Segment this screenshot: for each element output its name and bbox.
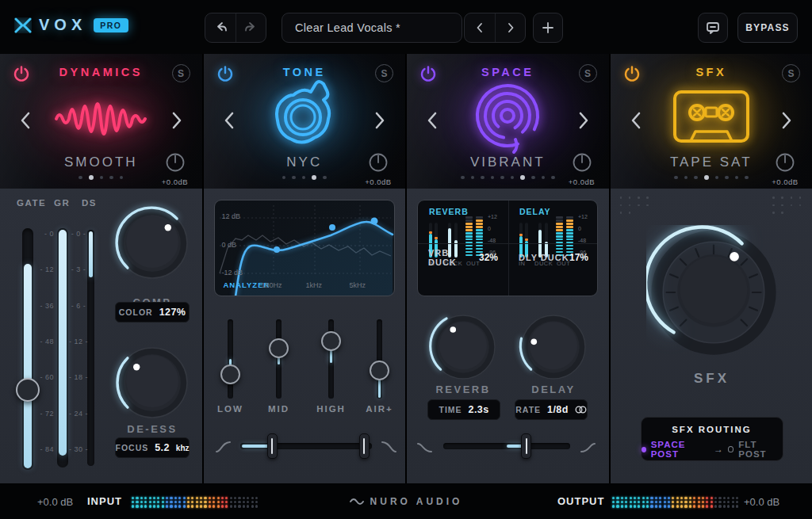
add-preset-button[interactable]: [533, 13, 563, 43]
logo-text: VOX: [39, 16, 86, 34]
highpass-icon: [215, 440, 232, 454]
air-slider-handle[interactable]: [370, 361, 389, 380]
focus-field[interactable]: FOCUS 5.2 khz: [115, 437, 190, 458]
dynamics-header: DYNAMICS S SMOOTH +0.0dB: [0, 54, 202, 189]
sfx-solo-button[interactable]: S: [782, 64, 800, 82]
gr-scale: - 0 -- 3 -- 6 -- 12 -- 18 -- 24 -- 30 -: [68, 230, 89, 453]
gr-meter: [57, 228, 68, 467]
gr-label: GR: [54, 198, 70, 208]
module-space: SPACE S VIBRANT: [407, 54, 609, 483]
undo-button[interactable]: [205, 13, 236, 42]
dynamics-gain-value: +0.0dB: [158, 177, 193, 186]
air-label: AIR+: [356, 404, 404, 414]
highpass-handle[interactable]: [267, 433, 278, 459]
sfx-routing-box[interactable]: SFX ROUTING SPACE POST → FLT POST: [641, 417, 783, 461]
tone-prev-preset-button[interactable]: [221, 111, 237, 130]
feedback-button[interactable]: [698, 13, 728, 43]
undo-icon: [213, 20, 228, 36]
reverb-knob[interactable]: [423, 307, 503, 387]
high-label: HIGH: [308, 404, 355, 414]
gear-icon: [263, 78, 346, 160]
gate-meter: [22, 228, 33, 470]
dynamics-next-preset-button[interactable]: [169, 111, 185, 130]
reverb-meters: REVERB +120 -48-96 IN DUCK OUT: [418, 200, 508, 270]
space-solo-button[interactable]: S: [579, 64, 597, 82]
color-field[interactable]: COLOR 127%: [115, 302, 190, 322]
dly-duck-field[interactable]: DLY DUCK 17%: [508, 243, 598, 270]
tone-solo-button[interactable]: S: [375, 64, 393, 82]
space-next-preset-button[interactable]: [576, 111, 592, 130]
output-gain-value[interactable]: +0.0 dB: [744, 496, 779, 508]
brand-name: NURO AUDIO: [370, 496, 463, 507]
sfx-body: SFX SFX ROUTING SPACE POST → FLT POST: [611, 189, 812, 483]
space-gain-knob[interactable]: +0.0dB: [565, 152, 599, 186]
routing-to[interactable]: FLT POST: [738, 440, 782, 459]
sfx-knob[interactable]: [646, 225, 781, 360]
routing-from[interactable]: SPACE POST: [651, 440, 709, 459]
delay-knob[interactable]: [514, 307, 593, 387]
ds-label: DS: [82, 198, 97, 208]
bypass-button[interactable]: BYPASS: [737, 13, 798, 43]
sfx-knob-label: SFX: [665, 371, 760, 387]
space-prev-preset-button[interactable]: [424, 111, 440, 130]
rate-field[interactable]: RATE 1/8d: [515, 399, 588, 420]
eq-db-label-12: 12 dB: [222, 212, 241, 220]
comp-knob[interactable]: [109, 200, 196, 287]
color-field-value: 127%: [159, 307, 186, 318]
tone-header: TONE S NYC +0.0dB: [204, 54, 406, 189]
delay-meter-title: DELAY: [519, 207, 551, 216]
sfx-next-preset-button[interactable]: [779, 111, 795, 130]
reverb-meter-title: REVERB: [429, 207, 469, 216]
wave-icon: [350, 497, 364, 506]
tone-next-preset-button[interactable]: [372, 111, 388, 130]
cassette-icon: [664, 86, 759, 152]
high-slider-handle[interactable]: [321, 331, 341, 351]
space-header: SPACE S VIBRANT: [407, 54, 609, 189]
module-dynamics: DYNAMICS S SMOOTH +0.0dB GATE: [0, 54, 202, 483]
dynamics-prev-preset-button[interactable]: [17, 111, 33, 130]
preset-prev-button[interactable]: [465, 13, 495, 42]
deess-knob[interactable]: [109, 339, 196, 426]
sfx-gain-knob[interactable]: +0.0dB: [768, 152, 802, 186]
eq-db-label-0: 0 dB: [222, 241, 237, 249]
focus-field-value: 5.2: [155, 442, 170, 453]
duck-slider-handle[interactable]: [521, 433, 531, 459]
preset-nav-group: [464, 13, 526, 43]
texture-dots-right: [772, 197, 802, 214]
chevron-left-icon: [473, 21, 486, 34]
duck-slider-track[interactable]: [443, 443, 570, 449]
mid-slider-handle[interactable]: [269, 338, 289, 358]
lowpass-handle[interactable]: [359, 433, 370, 459]
filter-range-track[interactable]: [240, 443, 372, 449]
deess-label: DE-ESS: [109, 423, 196, 435]
eq-freq-label-180: 180Hz: [262, 281, 282, 289]
redo-button[interactable]: [236, 13, 266, 42]
routing-arrow: →: [714, 444, 723, 455]
preset-name: Clear Lead Vocals *: [295, 21, 400, 34]
color-field-label: COLOR: [119, 307, 153, 317]
comment-icon: [705, 20, 721, 36]
dynamics-gain-knob[interactable]: +0.0dB: [158, 152, 193, 186]
preset-name-field[interactable]: Clear Lead Vocals *: [282, 13, 462, 43]
focus-field-label: FOCUS: [116, 443, 149, 452]
sfx-prev-preset-button[interactable]: [628, 111, 644, 130]
sfx-routing-title: SFX ROUTING: [642, 425, 783, 434]
logo-x-icon: [14, 17, 32, 33]
preset-next-button[interactable]: [495, 13, 525, 42]
mini-knob-icon: [368, 152, 389, 173]
low-label: LOW: [207, 404, 255, 414]
stereo-icon: [575, 406, 587, 414]
eq-freq-label-1k: 1kHz: [306, 281, 323, 289]
tone-gain-knob[interactable]: +0.0dB: [361, 152, 396, 186]
mini-knob-icon: [572, 152, 592, 173]
dynamics-solo-button[interactable]: S: [172, 64, 190, 82]
dynamics-body: GATE GR DS - 0- 12- 36- 48- 60- 72- 84 -…: [0, 189, 202, 483]
low-slider-handle[interactable]: [220, 364, 240, 384]
mini-knob-icon: [165, 152, 186, 173]
time-field[interactable]: TIME 2.3s: [427, 399, 500, 420]
rate-field-label: RATE: [515, 405, 541, 414]
eq-display[interactable]: 12 dB 0 dB -12 dB ANALYZER 180Hz 1kHz 5k…: [214, 200, 395, 296]
eq-db-label-m12: -12 dB: [222, 269, 243, 277]
output-level-meter: [612, 497, 738, 508]
vrb-duck-field[interactable]: VRB DUCK 32%: [418, 243, 508, 270]
